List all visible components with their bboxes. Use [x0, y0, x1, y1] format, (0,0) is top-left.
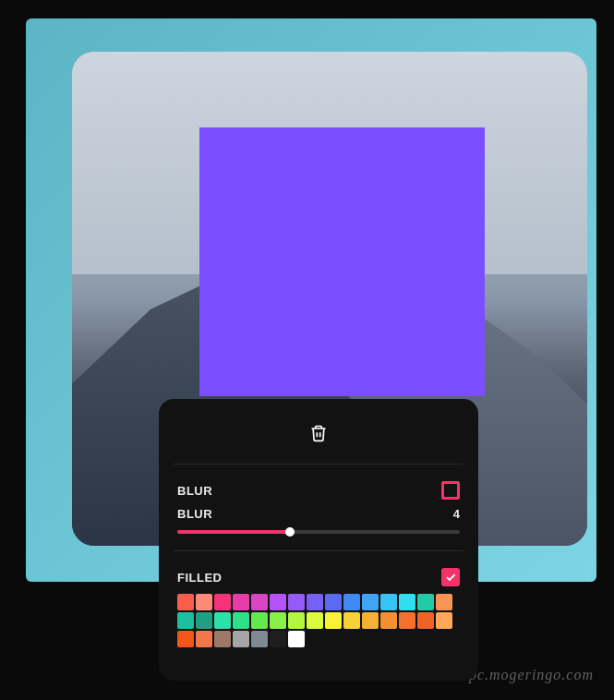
- filled-section: FILLED: [177, 551, 460, 664]
- trash-icon: [309, 423, 328, 443]
- color-palette: [177, 594, 460, 647]
- color-swatch[interactable]: [307, 612, 323, 629]
- color-swatch[interactable]: [380, 612, 397, 629]
- blur-section: BLUR BLUR 4: [177, 465, 460, 550]
- color-swatch[interactable]: [196, 631, 212, 647]
- outline-indicator[interactable]: [441, 481, 460, 500]
- slider-thumb[interactable]: [285, 527, 295, 537]
- properties-popover: BLUR BLUR 4 FILLED: [159, 399, 478, 681]
- color-swatch[interactable]: [196, 612, 212, 629]
- color-swatch[interactable]: [214, 612, 231, 629]
- color-swatch[interactable]: [177, 612, 194, 629]
- color-swatch[interactable]: [399, 594, 415, 610]
- selection-shape[interactable]: [199, 127, 485, 396]
- popover-header: [177, 416, 460, 464]
- color-swatch[interactable]: [270, 594, 286, 610]
- color-swatch[interactable]: [436, 594, 452, 610]
- color-swatch[interactable]: [270, 612, 286, 629]
- color-swatch[interactable]: [307, 594, 323, 610]
- color-swatch[interactable]: [436, 612, 452, 629]
- blur-value: 4: [453, 507, 460, 521]
- color-swatch[interactable]: [343, 612, 360, 629]
- color-swatch[interactable]: [233, 631, 249, 647]
- color-swatch[interactable]: [251, 612, 268, 629]
- watermark: pc.mogeringo.com: [469, 667, 594, 683]
- blur-toggle-label: BLUR: [177, 484, 212, 498]
- color-swatch[interactable]: [399, 612, 415, 629]
- blur-slider-label: BLUR: [177, 507, 212, 521]
- color-swatch[interactable]: [325, 594, 342, 610]
- filled-checkbox[interactable]: [441, 568, 460, 586]
- color-swatch[interactable]: [362, 612, 379, 629]
- color-swatch[interactable]: [177, 594, 194, 610]
- slider-fill: [177, 530, 290, 534]
- color-swatch[interactable]: [214, 631, 231, 647]
- color-swatch[interactable]: [288, 594, 305, 610]
- delete-button[interactable]: [309, 423, 328, 447]
- color-swatch[interactable]: [343, 594, 360, 610]
- filled-label: FILLED: [177, 571, 223, 585]
- color-swatch[interactable]: [214, 594, 231, 610]
- color-swatch[interactable]: [270, 631, 286, 647]
- blur-slider[interactable]: [177, 530, 460, 534]
- color-swatch[interactable]: [417, 612, 434, 629]
- color-swatch[interactable]: [177, 631, 194, 647]
- color-swatch[interactable]: [417, 594, 434, 610]
- check-icon: [444, 571, 457, 584]
- color-swatch[interactable]: [233, 594, 249, 610]
- color-swatch[interactable]: [251, 594, 268, 610]
- color-swatch[interactable]: [288, 631, 305, 647]
- color-swatch[interactable]: [251, 631, 268, 647]
- color-swatch[interactable]: [288, 612, 305, 629]
- color-swatch[interactable]: [325, 612, 342, 629]
- color-swatch[interactable]: [233, 612, 249, 629]
- color-swatch[interactable]: [196, 594, 212, 610]
- color-swatch[interactable]: [362, 594, 379, 610]
- color-swatch[interactable]: [380, 594, 397, 610]
